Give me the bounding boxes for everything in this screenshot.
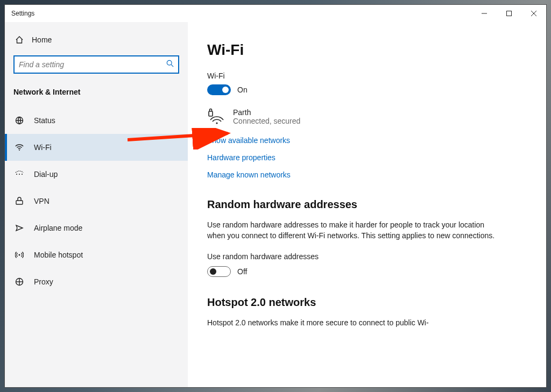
hotspot-icon xyxy=(15,250,24,260)
home-label: Home xyxy=(32,35,52,44)
sidebar-item-proxy[interactable]: Proxy xyxy=(5,268,188,295)
wifi-toggle-state: On xyxy=(237,85,248,94)
network-name: Parth xyxy=(233,108,300,117)
wifi-toggle-label: Wi-Fi xyxy=(207,72,527,80)
wifi-icon xyxy=(15,142,24,152)
airplane-icon xyxy=(15,223,24,233)
svg-rect-16 xyxy=(209,111,213,116)
page-title: Wi-Fi xyxy=(207,41,527,59)
sidebar-item-label: Wi-Fi xyxy=(34,143,52,152)
link-manage-known-networks[interactable]: Manage known networks xyxy=(207,170,527,179)
svg-point-10 xyxy=(22,174,23,175)
search-icon xyxy=(166,60,174,69)
sidebar-item-label: Airplane mode xyxy=(34,224,82,232)
hotspot2-description: Hotspot 2.0 networks make it more secure… xyxy=(207,317,498,328)
search-input[interactable] xyxy=(19,60,166,69)
sidebar-item-wifi[interactable]: Wi-Fi xyxy=(5,134,188,161)
random-hw-toggle-state: Off xyxy=(237,267,247,276)
svg-rect-11 xyxy=(16,201,23,204)
random-hw-description: Use random hardware addresses to make it… xyxy=(207,219,498,241)
svg-line-5 xyxy=(171,65,173,67)
svg-point-9 xyxy=(19,174,20,175)
window-title: Settings xyxy=(11,10,34,17)
search-box[interactable] xyxy=(13,55,179,74)
vpn-icon xyxy=(15,196,24,206)
network-status: Connected, secured xyxy=(233,117,300,125)
current-network[interactable]: Parth Connected, secured xyxy=(207,108,527,125)
minimize-button[interactable] xyxy=(472,5,497,22)
category-header: Network & Internet xyxy=(5,78,188,101)
titlebar: Settings xyxy=(5,5,546,22)
sidebar-item-hotspot[interactable]: Mobile hotspot xyxy=(5,241,188,268)
sidebar-item-airplane[interactable]: Airplane mode xyxy=(5,215,188,241)
wifi-toggle-section: Wi-Fi On xyxy=(207,72,527,95)
random-hw-toggle[interactable] xyxy=(207,266,231,277)
link-show-networks[interactable]: Show available networks xyxy=(207,136,527,145)
svg-point-4 xyxy=(167,60,172,65)
close-button[interactable] xyxy=(521,5,546,22)
main-content: Wi-Fi Wi-Fi On xyxy=(188,22,546,387)
sidebar-item-status[interactable]: Status xyxy=(5,107,188,134)
hotspot2-title: Hotspot 2.0 networks xyxy=(207,296,527,309)
sidebar-item-vpn[interactable]: VPN xyxy=(5,188,188,215)
link-hardware-properties[interactable]: Hardware properties xyxy=(207,153,527,162)
wifi-toggle[interactable] xyxy=(207,84,231,95)
svg-point-17 xyxy=(216,122,217,124)
client-area: Home Network & Internet Status xyxy=(5,22,546,387)
random-hw-section: Random hardware addresses Use random har… xyxy=(207,198,527,277)
sidebar-item-label: VPN xyxy=(34,197,50,205)
home-icon xyxy=(15,35,24,45)
maximize-button[interactable] xyxy=(497,5,521,22)
random-hw-toggle-label: Use random hardware addresses xyxy=(207,252,527,261)
settings-window: Settings Home xyxy=(4,4,547,388)
sidebar-item-dialup[interactable]: Dial-up xyxy=(5,161,188,188)
svg-point-12 xyxy=(19,254,20,256)
globe-icon xyxy=(15,116,24,125)
svg-point-8 xyxy=(16,174,17,175)
dialup-icon xyxy=(15,169,24,179)
sidebar-item-label: Proxy xyxy=(34,277,53,286)
random-hw-title: Random hardware addresses xyxy=(207,198,527,211)
home-button[interactable]: Home xyxy=(5,30,188,50)
sidebar-item-label: Dial-up xyxy=(34,170,58,179)
wifi-secured-icon xyxy=(207,108,224,125)
sidebar-item-label: Status xyxy=(34,116,55,125)
svg-rect-1 xyxy=(507,11,512,16)
sidebar: Home Network & Internet Status xyxy=(5,22,188,387)
hotspot2-section: Hotspot 2.0 networks Hotspot 2.0 network… xyxy=(207,296,527,328)
window-controls xyxy=(472,5,546,22)
wifi-links: Show available networks Hardware propert… xyxy=(207,136,527,179)
nav-list: Status Wi-Fi Dial-up xyxy=(5,107,188,295)
proxy-icon xyxy=(15,277,24,287)
svg-point-7 xyxy=(19,149,20,151)
sidebar-item-label: Mobile hotspot xyxy=(34,251,83,259)
